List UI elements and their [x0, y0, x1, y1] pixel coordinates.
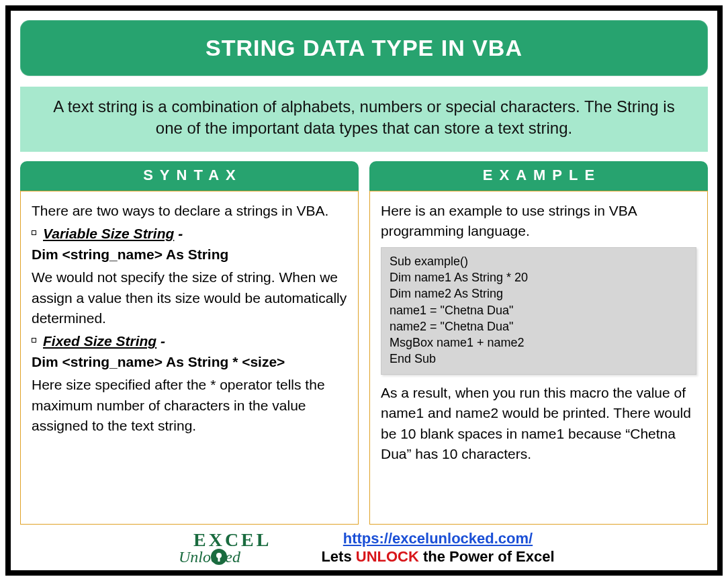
example-result: As a result, when you run this macro the… [381, 383, 696, 465]
page-title: STRING DATA TYPE IN VBA [20, 20, 708, 76]
syntax-item2-desc: Here size specified after the * operator… [32, 375, 347, 436]
footer-text: https://excelunlocked.com/ Lets UNLOCK t… [321, 529, 554, 566]
syntax-item1-heading: Variable Size String - [43, 224, 183, 244]
footer-link[interactable]: https://excelunlocked.com/ [343, 530, 533, 547]
example-tab: EXAMPLE [369, 161, 708, 191]
syntax-item1-title: Variable Size String [43, 226, 174, 241]
footer-tagline: Lets UNLOCK the Power of Excel [321, 547, 554, 566]
keyhole-slot-icon [218, 557, 220, 562]
tagline-unlock: UNLOCK [356, 548, 419, 565]
footer: EXCEL Unlocked https://excelunlocked.com… [20, 525, 708, 568]
logo-text-top: EXCEL [193, 529, 271, 550]
document-frame: STRING DATA TYPE IN VBA A text string is… [5, 5, 723, 576]
syntax-bullet-1: Variable Size String - [32, 224, 347, 244]
syntax-item1-declaration: Dim <string_name> As String [32, 244, 347, 265]
syntax-item2-declaration: Dim <string_name> As String * <size> [32, 352, 347, 372]
intro-box: A text string is a combination of alphab… [20, 87, 708, 152]
example-code: Sub example() Dim name1 As String * 20 D… [381, 247, 696, 375]
syntax-item2-dash: - [156, 333, 165, 349]
example-column: EXAMPLE Here is an example to use string… [369, 161, 708, 525]
syntax-item1-dash: - [174, 226, 183, 241]
tagline-pre: Lets [321, 548, 355, 565]
example-box: Here is an example to use strings in VBA… [369, 191, 708, 525]
logo-text-bottom: Unlocked [179, 548, 241, 566]
excel-unlocked-logo: EXCEL Unlocked [173, 527, 308, 568]
tagline-post: the Power of Excel [419, 548, 555, 565]
columns: SYNTAX There are two ways to declare a s… [20, 161, 708, 525]
syntax-item2-title: Fixed Size String [43, 333, 156, 349]
syntax-bullet-2: Fixed Size String - [32, 331, 347, 351]
syntax-item1-desc: We would not specify the size of string.… [32, 267, 347, 328]
logo-svg: EXCEL Unlocked [173, 527, 308, 568]
syntax-box: There are two ways to declare a strings … [20, 191, 359, 525]
syntax-tab: SYNTAX [20, 161, 359, 191]
syntax-column: SYNTAX There are two ways to declare a s… [20, 161, 359, 525]
bullet-icon [32, 230, 36, 235]
example-lead: Here is an example to use strings in VBA… [381, 201, 696, 242]
syntax-lead: There are two ways to declare a strings … [32, 201, 347, 221]
syntax-item2-heading: Fixed Size String - [43, 331, 165, 351]
bullet-icon [32, 338, 36, 343]
